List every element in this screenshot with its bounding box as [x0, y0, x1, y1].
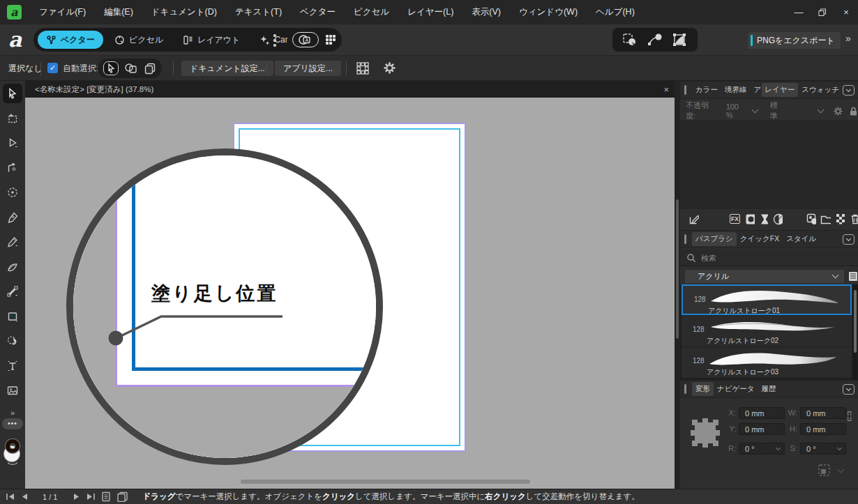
stroke-swatch[interactable] [6, 439, 20, 453]
cursor-mode-icon[interactable] [103, 61, 119, 75]
auto-select-checkbox[interactable]: ✓ [47, 63, 58, 73]
menu-window[interactable]: ウィンドウ(W) [510, 0, 587, 24]
opacity-chevron-icon[interactable] [751, 107, 758, 114]
tab-color[interactable]: カラー [692, 83, 721, 97]
margins-grid-icon[interactable] [356, 61, 370, 75]
place-image-tool-icon[interactable] [3, 381, 22, 400]
text-tool-icon[interactable] [3, 356, 22, 376]
tools-collapse-icon[interactable]: » [10, 408, 15, 417]
brush-item[interactable]: 128 アクリルストローク01 [682, 284, 852, 315]
marquee-tool-icon[interactable] [3, 331, 22, 351]
persona-pixel[interactable]: ピクセル [106, 31, 172, 49]
fx-icon[interactable]: FX [730, 214, 741, 224]
facing-pages-icon[interactable] [116, 491, 128, 502]
pencil-tool-icon[interactable] [3, 232, 22, 252]
toolbar-overflow-icon[interactable]: » [845, 33, 851, 44]
node-tool-icon[interactable] [3, 133, 22, 153]
brush-scrollbar[interactable] [853, 284, 857, 380]
list-view-icon[interactable] [848, 271, 858, 282]
copy-mode-icon[interactable] [144, 62, 156, 75]
persona-vector[interactable]: ベクター [38, 31, 103, 49]
rectangle-tool-icon[interactable] [3, 307, 22, 326]
tab-swatches[interactable]: スウォッチ [798, 83, 843, 97]
move-tool-icon[interactable] [3, 84, 22, 103]
minimize-icon[interactable]: — [787, 0, 811, 24]
r-chevron-icon[interactable] [776, 445, 781, 450]
h-field[interactable]: 0 mm [800, 423, 846, 435]
single-page-icon[interactable] [101, 491, 111, 502]
brush-nodes-tool-icon[interactable] [3, 282, 22, 301]
panel-menu-chevron-icon[interactable] [843, 85, 855, 96]
menu-pixel[interactable]: ピクセル [345, 0, 398, 24]
app-settings-button[interactable]: アプリ設定... [275, 61, 341, 76]
menu-edit[interactable]: 編集(E) [95, 0, 142, 24]
s-chevron-icon[interactable] [837, 445, 842, 450]
tab-history[interactable]: 履歴 [758, 382, 779, 396]
panel-grip[interactable] [684, 85, 686, 95]
pen-tool-icon[interactable] [3, 208, 22, 227]
first-page-icon[interactable] [6, 493, 15, 501]
trash-icon[interactable] [850, 213, 858, 224]
tools-more-button[interactable]: ••• [2, 418, 23, 429]
next-page-icon[interactable] [73, 493, 80, 501]
contour-tool-icon[interactable] [3, 158, 22, 178]
panel-menu-chevron-icon[interactable] [843, 384, 855, 395]
tab-styles[interactable]: スタイル [783, 232, 820, 246]
tab-stroke[interactable]: 境界線 [721, 83, 751, 97]
object-mode-icon[interactable] [124, 62, 138, 75]
y-field[interactable]: 0 mm [739, 423, 785, 435]
layers-list-empty[interactable] [680, 120, 858, 209]
tab-appearance[interactable]: アピアランス [751, 83, 762, 97]
brush-category-select[interactable]: アクリル [685, 270, 844, 283]
menu-vector[interactable]: ベクター [291, 0, 345, 24]
menu-help[interactable]: ヘルプ(H) [587, 0, 644, 24]
edit-icon[interactable] [688, 213, 699, 225]
gear-icon[interactable] [382, 61, 397, 75]
canvas-viewport[interactable]: 塗り足し位置 [25, 98, 675, 489]
horizontal-scrollbar[interactable] [241, 480, 530, 484]
pattern-icon[interactable] [836, 213, 845, 224]
search-input[interactable] [701, 254, 841, 262]
tab-quick-fx[interactable]: クイックFX [737, 232, 783, 246]
prev-page-icon[interactable] [21, 493, 29, 501]
document-tab[interactable]: <名称未設定> [変更済み] (37.8%) × [25, 81, 675, 98]
document-settings-button[interactable]: ドキュメント設定... [181, 61, 273, 76]
s-field[interactable]: 0 ° [800, 443, 846, 455]
panel-grip[interactable] [684, 384, 686, 394]
snap-node-icon[interactable] [647, 33, 663, 47]
menu-file[interactable]: ファイル(F) [30, 0, 95, 24]
fill-stroke-swatch[interactable] [3, 439, 22, 460]
selection-cycle-control[interactable] [818, 464, 843, 478]
panel-menu-chevron-icon[interactable] [843, 234, 855, 245]
r-field[interactable]: 0 ° [739, 443, 785, 455]
tab-transform[interactable]: 変形 [692, 382, 714, 396]
tab-close-icon[interactable]: × [663, 84, 669, 95]
snap-bounds-icon[interactable] [672, 33, 688, 47]
snap-marquee-icon[interactable] [622, 33, 638, 47]
x-field[interactable]: 0 mm [739, 407, 785, 419]
blend-chevron-icon[interactable] [818, 107, 825, 114]
menu-document[interactable]: ドキュメント(D) [142, 0, 226, 24]
close-icon[interactable]: × [834, 0, 858, 24]
artboard-tool-icon[interactable] [3, 109, 22, 128]
pivot-tool-icon[interactable] [3, 183, 22, 202]
tab-path-brush[interactable]: パスブラシ [692, 232, 737, 246]
adjustment-icon[interactable] [760, 213, 768, 225]
tab-navigator[interactable]: ナビゲータ [714, 382, 758, 396]
opacity-value[interactable]: 100 % [726, 102, 747, 119]
menu-text[interactable]: テキスト(T) [226, 0, 291, 24]
layer-gear-icon[interactable] [833, 106, 843, 116]
fill-layer-icon[interactable] [773, 213, 783, 225]
vertical-scrollbar[interactable] [676, 199, 679, 339]
grid-toggle-icon[interactable] [324, 33, 337, 46]
w-field[interactable]: 0 mm [800, 407, 846, 419]
lock-icon[interactable] [849, 106, 858, 116]
brush-item[interactable]: 128 アクリルストローク02 [682, 316, 852, 346]
menu-view[interactable]: 表示(V) [462, 0, 510, 24]
tab-layers[interactable]: レイヤー [762, 83, 799, 97]
persona-layout[interactable]: レイアウト [174, 31, 248, 49]
swap-colors-icon[interactable] [7, 461, 18, 467]
overflow-ellipsis-icon[interactable]: ••• [272, 33, 278, 47]
new-layer-icon[interactable] [806, 213, 816, 225]
export-shortcut-button[interactable]: PNGをエクスポート [748, 32, 841, 49]
